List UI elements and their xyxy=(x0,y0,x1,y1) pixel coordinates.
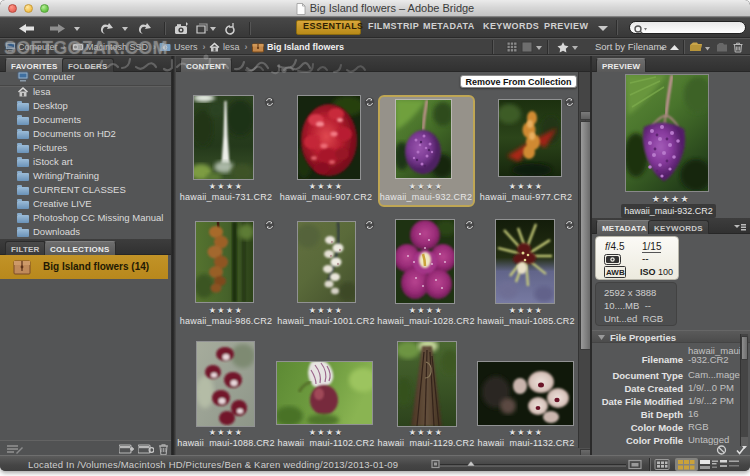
svg-text:Sort by Filename: Sort by Filename xyxy=(595,41,667,52)
svg-text:AWB: AWB xyxy=(606,268,625,277)
